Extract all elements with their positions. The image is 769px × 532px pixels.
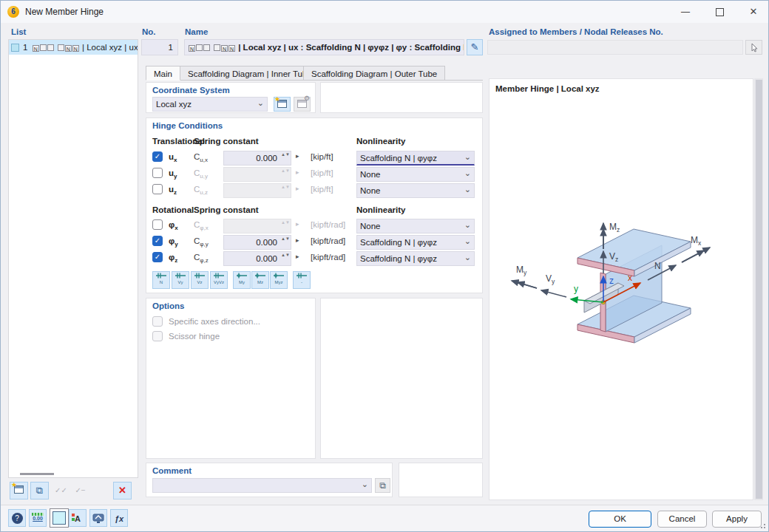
comment-copy-button[interactable]: ⧉ [375,478,390,493]
new-coordinate-system-button[interactable]: ★ [274,97,291,112]
no-header: No. [142,27,156,36]
window-title: New Member Hinge [25,7,104,17]
scissor-hinge-checkbox[interactable] [152,331,163,341]
phiy-checkbox[interactable]: ✓ [152,236,163,246]
select-all-button[interactable]: ✓✓ [52,482,70,499]
title-bar[interactable]: 6 New Member Hinge — ✕ [1,1,768,23]
ok-button[interactable]: OK [589,511,651,528]
delete-hinge-button[interactable]: ✕ [113,482,132,499]
quick-hinge-vyvz-button[interactable]: VyVz [210,271,228,289]
uy-nonlinearity-select[interactable]: None ⌄ [356,167,475,182]
quick-hinge-vy-button[interactable]: Vy [172,271,189,289]
quick-hinge-reset-button[interactable]: - [293,271,311,289]
list-item[interactable]: 1 NNN | Local xyz | ux : Scaffolding N |… [9,40,138,55]
pick-members-button[interactable] [745,40,762,55]
hinge-glyph-icon [175,272,186,279]
chevron-down-icon: ⌄ [464,151,471,163]
ux-unit: [kip/ft] [311,152,333,161]
ux-detail-button[interactable]: ▸ [296,152,299,160]
resize-grip[interactable] [760,523,766,529]
list-item-text: | Local xyz | ux : Scaffolding N | φyφz … [82,43,138,52]
uz-nonlinearity-select[interactable]: None ⌄ [356,183,475,198]
ux-checkbox[interactable]: ✓ [152,151,163,162]
specific-axes-checkbox[interactable] [152,316,163,327]
phiy-spinner[interactable]: ▲▼ [281,236,288,249]
hinge-code-box [40,44,47,51]
name-header: Name [185,27,208,36]
quick-hinge-vz-button[interactable]: Vz [191,271,209,289]
tab-scaffolding-outer[interactable]: Scaffolding Diagram | Outer Tube [303,66,445,81]
tab-main[interactable]: Main [146,66,180,81]
phiz-checkbox[interactable]: ✓ [152,252,163,262]
preview-scrollbar[interactable] [754,78,763,500]
display-properties-button[interactable]: A [69,509,87,527]
info-panel-middle [320,298,483,459]
ux-spring-input[interactable]: 0.000 ▲▼ [223,151,291,166]
quick-hinge-my-button[interactable]: My [233,271,251,289]
cancel-button[interactable]: Cancel [657,511,707,528]
hinge-code-box: N [33,45,39,52]
phiy-label: φy [169,236,178,248]
quick-hinge-myz-button[interactable]: Myz [270,271,288,289]
color-swatch-button[interactable] [50,508,69,528]
new-hinge-button[interactable]: ★ [10,482,28,499]
apply-button[interactable]: Apply [712,511,762,528]
rename-button[interactable]: ✎ [467,39,483,55]
fx-icon: ƒx [115,514,123,523]
new-window-icon: ★ [14,485,24,494]
phiy-detail-button[interactable]: ▸ [296,236,299,244]
specific-axes-label: Specific axes direction... [169,317,260,326]
list-item-number: 1 [23,43,27,52]
phiy-unit: [kipft/rad] [311,236,345,245]
hinge-list[interactable]: 1 NNN | Local xyz | ux : Scaffolding N |… [8,39,138,478]
edit-coordinate-system-button[interactable]: ⚙ [294,97,311,112]
hinge-conditions-group: Hinge Conditions Translational Spring co… [146,117,483,293]
options-header: Options [152,301,184,310]
phiz-detail-button[interactable]: ▸ [296,253,299,260]
quick-hinge-n-button[interactable]: N [152,271,170,289]
phix-checkbox[interactable] [152,219,163,230]
hinge-code-box: N [65,45,72,52]
coordinate-system-header: Coordinate System [152,86,230,95]
coordinate-system-select[interactable]: Local xyz ⌄ [152,97,268,112]
beamer-mode-button[interactable] [89,509,107,527]
uz-unit: [kip/ft] [311,185,333,194]
name-field[interactable]: NNN | Local xyz | ux : Scaffolding N | φ… [184,39,464,55]
close-button[interactable]: ✕ [739,1,768,23]
chevron-down-icon: ⌄ [362,478,368,491]
deselect-button[interactable]: ✓− [71,482,89,499]
maximize-button[interactable] [705,1,734,23]
ux-spinner[interactable]: ▲▼ [281,151,288,165]
phix-nonlinearity-select[interactable]: None ⌄ [356,219,475,233]
phiy-spring-input[interactable]: 0.000 ▲▼ [223,235,291,250]
formula-button[interactable]: ƒx [110,509,128,527]
edit-window-icon: ⚙ [297,100,307,108]
copy-hinge-button[interactable]: ⧉ [30,482,49,499]
chevron-down-icon: ⌄ [464,219,471,231]
quick-hinge-mz-button[interactable]: Mz [251,271,269,289]
projector-icon [92,514,104,524]
ux-nonlinearity-select[interactable]: Scaffolding N | φyφz ⌄ [356,151,475,166]
hinge-code-box: N [228,45,235,52]
assigned-members-field[interactable] [487,40,743,55]
phiz-nonlinearity-select[interactable]: Scaffolding N | φyφz ⌄ [356,251,475,266]
phiy-nonlinearity-select[interactable]: Scaffolding N | φyφz ⌄ [356,235,475,250]
minimize-button[interactable]: — [671,1,700,23]
check-all-icon: ✓✓ [55,486,67,494]
horizontal-scrollbar[interactable] [20,473,54,475]
hinge-code-box [214,44,220,51]
uy-checkbox[interactable] [152,168,163,178]
cphiy-label: Cφ,y [194,236,209,248]
units-label: 0.00 [30,516,46,521]
spring-constant-column-header-2: Spring constant [194,205,259,214]
phiz-spinner[interactable]: ▲▼ [281,252,288,265]
units-settings-button[interactable]: 0.00 [29,509,47,527]
uz-checkbox[interactable] [152,184,163,194]
phiz-spring-input[interactable]: 0.000 ▲▼ [223,251,291,266]
tab-scaffolding-inner[interactable]: Scaffolding Diagram | Inner Tube [180,66,320,81]
new-window-icon: ★ [277,100,287,108]
mx-label: Mx [691,235,702,247]
comment-combobox[interactable]: ⌄ [152,478,372,493]
preview-scrollbar-thumb[interactable] [756,80,762,499]
help-button[interactable]: ? [8,509,26,527]
